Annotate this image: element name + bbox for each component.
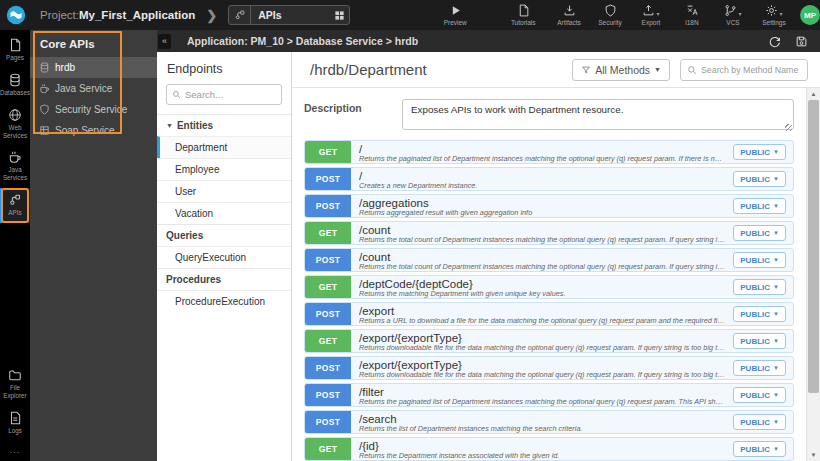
core-api-item-security-service[interactable]: Security Service [30, 99, 157, 120]
methods-filter-dropdown[interactable]: All Methods ▼ [572, 59, 670, 81]
caret-down-icon: ▾ [656, 10, 659, 17]
core-api-item-hrdb[interactable]: hrdb [30, 57, 157, 78]
access-dropdown[interactable]: PUBLIC▼ [733, 387, 786, 403]
tutorials-button[interactable]: Tutorials [508, 4, 538, 26]
access-dropdown[interactable]: PUBLIC▼ [733, 252, 786, 268]
security-shield-icon [39, 104, 50, 115]
endpoint-path: / [359, 170, 725, 182]
topbar-item-security[interactable]: Security [595, 4, 625, 26]
access-dropdown[interactable]: PUBLIC▼ [733, 360, 786, 376]
endpoint-nav-item-vacation[interactable]: Vacation [157, 202, 291, 224]
endpoint-actions: PUBLIC▼ [733, 411, 793, 433]
sidebar-item-label: Logs [8, 427, 22, 435]
activity-bar: PagesDatabasesWeb ServicesJava ServicesA… [0, 30, 30, 461]
module-selector-label: APIs [251, 9, 329, 21]
scrollbar-down-arrow[interactable]: ▼ [807, 449, 820, 461]
sidebar-item-file-explorer[interactable]: File Explorer [0, 363, 30, 406]
endpoint-path: /{id} [359, 440, 725, 452]
method-badge-post: POST [305, 168, 351, 190]
api-endpoint-row[interactable]: POST/filterReturns the paginated list of… [304, 383, 794, 407]
topbar-item-iconrow: ▾ [642, 4, 659, 17]
project-name: My_First_Application [79, 9, 195, 21]
endpoint-description: Returns the matching Department with giv… [359, 290, 725, 298]
more-options-button[interactable]: ... [0, 441, 30, 461]
endpoint-description: Returns the Department instance associat… [359, 452, 725, 460]
api-endpoint-row[interactable]: GET/deptCode/{deptCode}Returns the match… [304, 275, 794, 299]
logs-icon [8, 411, 22, 425]
method-badge-post: POST [305, 384, 351, 406]
save-icon[interactable] [795, 35, 808, 48]
access-dropdown[interactable]: PUBLIC▼ [733, 333, 786, 349]
caret-down-icon: ▼ [773, 419, 779, 425]
endpoint-nav-item-user[interactable]: User [157, 180, 291, 202]
topbar-item-iconrow [604, 4, 617, 17]
api-endpoint-row[interactable]: GET/export/{exportType}Returns downloada… [304, 329, 794, 353]
endpoint-nav-item-procedureexecution[interactable]: ProcedureExecution [157, 290, 291, 312]
access-label: PUBLIC [740, 202, 770, 211]
topbar-item-vcs[interactable]: ▾VCS [718, 4, 748, 26]
endpoint-nav-item-employee[interactable]: Employee [157, 158, 291, 180]
core-api-item-java-service[interactable]: Java Service [30, 78, 157, 99]
access-dropdown[interactable]: PUBLIC▼ [733, 198, 786, 214]
access-dropdown[interactable]: PUBLIC▼ [733, 171, 786, 187]
endpoint-actions: PUBLIC▼ [733, 195, 793, 217]
api-endpoint-row[interactable]: POST/countReturns the total count of Dep… [304, 248, 794, 272]
sidebar-item-pages[interactable]: Pages [0, 33, 30, 68]
caret-down-icon: ▼ [773, 176, 779, 182]
description-textarea[interactable]: Exposes APIs to work with Department res… [402, 99, 794, 130]
resource-title: /hrdb/Department [310, 61, 427, 78]
access-dropdown[interactable]: PUBLIC▼ [733, 441, 786, 457]
method-search-input[interactable] [701, 65, 801, 75]
sidebar-item-logs[interactable]: Logs [0, 406, 30, 441]
endpoints-search-input[interactable] [185, 89, 276, 100]
wavemaker-logo[interactable] [0, 0, 32, 30]
endpoints-section-entities[interactable]: ▼Entities [157, 114, 291, 136]
access-dropdown[interactable]: PUBLIC▼ [733, 306, 786, 322]
endpoint-nav-item-department[interactable]: Department [157, 136, 291, 158]
scrollbar-up-arrow[interactable]: ▲ [807, 88, 820, 100]
endpoint-description: Returns a URL to download a file for the… [359, 317, 725, 325]
topbar-item-artifacts[interactable]: Artifacts [554, 4, 584, 26]
access-dropdown[interactable]: PUBLIC▼ [733, 225, 786, 241]
sidebar-item-java-services[interactable]: Java Services [0, 145, 30, 188]
endpoint-path: /export/{exportType} [359, 332, 725, 344]
topbar-item-label: Export [642, 19, 661, 26]
endpoint-nav-item-queryexecution[interactable]: QueryExecution [157, 246, 291, 268]
caret-down-icon: ▾ [779, 10, 782, 17]
scrollbar-thumb[interactable] [808, 100, 819, 393]
topbar-item-export[interactable]: ▾Export [636, 4, 666, 26]
api-endpoint-row[interactable]: POST/aggregationsReturns aggregated resu… [304, 194, 794, 218]
preview-label: Preview [444, 19, 467, 26]
activity-bar-spacer [0, 223, 30, 363]
api-endpoint-row[interactable]: POST/exportReturns a URL to download a f… [304, 302, 794, 326]
collapse-panel-button[interactable]: « [158, 34, 171, 49]
api-endpoint-row[interactable]: POST/export/{exportType}Returns download… [304, 356, 794, 380]
sidebar-item-web-services[interactable]: Web Services [0, 103, 30, 146]
endpoints-section-queries[interactable]: Queries [157, 224, 291, 246]
user-avatar[interactable]: MP [800, 5, 820, 25]
refresh-icon[interactable] [768, 35, 781, 48]
access-label: PUBLIC [740, 148, 770, 157]
module-selector[interactable]: APIs [228, 5, 350, 25]
core-api-item-soap-service[interactable]: Soap Service [30, 120, 157, 141]
endpoints-section-procedures[interactable]: Procedures [157, 268, 291, 290]
access-label: PUBLIC [740, 283, 770, 292]
api-endpoint-row[interactable]: GET/countReturns the total count of Depa… [304, 221, 794, 245]
api-endpoint-row[interactable]: GET/Returns the paginated list of Depart… [304, 140, 794, 164]
access-dropdown[interactable]: PUBLIC▼ [733, 279, 786, 295]
sidebar-item-databases[interactable]: Databases [0, 68, 30, 103]
api-endpoint-row[interactable]: POST/searchReturns the list of Departmen… [304, 410, 794, 434]
method-badge-get: GET [305, 438, 351, 460]
preview-button[interactable]: Preview [440, 4, 470, 26]
endpoint-description: Returns downloadable file for the data m… [359, 371, 725, 379]
api-endpoint-row[interactable]: POST/Creates a new Department instance.P… [304, 167, 794, 191]
api-endpoint-row[interactable]: GET/{id}Returns the Department instance … [304, 437, 794, 461]
endpoint-actions: PUBLIC▼ [733, 249, 793, 271]
access-dropdown[interactable]: PUBLIC▼ [733, 414, 786, 430]
topbar-item-settings[interactable]: ▾Settings [759, 4, 789, 26]
grid-icon [334, 10, 345, 21]
endpoint-info: /Returns the paginated list of Departmen… [351, 141, 733, 163]
access-dropdown[interactable]: PUBLIC▼ [733, 144, 786, 160]
topbar-item-i18n[interactable]: i18N [677, 4, 707, 26]
sidebar-item-apis[interactable]: APIs [0, 188, 30, 223]
